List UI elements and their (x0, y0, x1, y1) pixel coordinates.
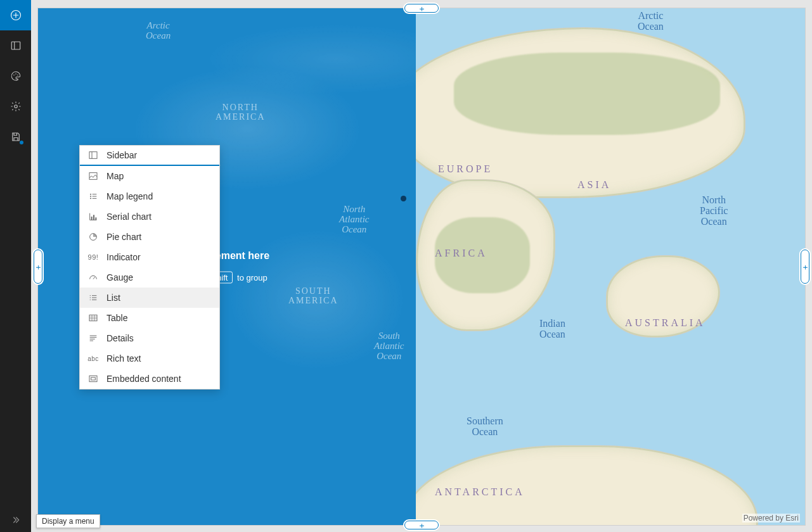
table-icon (87, 312, 99, 324)
gear-icon (10, 101, 22, 112)
details-icon (87, 332, 99, 344)
menu-item-label: Table (106, 313, 127, 323)
menu-item-list[interactable]: List (80, 288, 219, 308)
menu-item-legend[interactable]: Map legend (80, 186, 219, 206)
add-handle-top[interactable]: ＋ (404, 4, 439, 13)
chevrons-right-icon (11, 515, 21, 525)
legend-icon (87, 191, 99, 202)
svg-point-2 (13, 75, 15, 76)
ghost-label-satl: SouthAtlanticOcean (374, 331, 404, 361)
svg-rect-7 (89, 173, 97, 180)
svg-rect-12 (93, 215, 94, 220)
ghost-label-na: NORTHAMERICA (216, 103, 266, 122)
svg-point-10 (90, 198, 91, 199)
menu-item-map[interactable]: Map (80, 166, 219, 186)
svg-rect-11 (91, 217, 93, 220)
menu-item-label: Rich text (106, 353, 141, 364)
tooltip: Display a menu (36, 514, 100, 528)
svg-point-9 (90, 196, 91, 197)
menu-item-details[interactable]: Details (80, 328, 219, 348)
svg-point-8 (90, 194, 91, 195)
svg-rect-13 (95, 217, 96, 220)
menu-item-label: List (106, 293, 120, 303)
svg-rect-18 (89, 315, 97, 320)
map-widget[interactable]: ArcticOcean EUROPE ASIA AFRICA AUSTRALIA… (416, 8, 805, 525)
ghost-label-sa: SOUTHAMERICA (288, 287, 338, 305)
svg-rect-1 (11, 42, 20, 49)
svg-point-5 (14, 105, 17, 108)
plus-icon: ＋ (34, 263, 42, 271)
label-asia: ASIA (577, 179, 611, 191)
unsaved-dot-icon (20, 141, 23, 144)
menu-item-gauge[interactable]: Gauge (80, 267, 219, 288)
svg-rect-20 (91, 377, 96, 380)
menu-item-label: Embedded content (106, 374, 181, 384)
svg-point-16 (90, 297, 91, 298)
plus-circle-icon (10, 10, 22, 21)
nav-expand[interactable] (0, 508, 31, 532)
menu-item-table[interactable]: Table (80, 308, 219, 328)
menu-item-label: Details (106, 333, 134, 343)
menu-item-pie-chart[interactable]: Pie chart (80, 227, 219, 247)
menu-item-label: Serial chart (106, 212, 151, 222)
menu-item-indicator[interactable]: 99! Indicator (80, 247, 219, 267)
menu-item-sidebar[interactable]: Sidebar (80, 146, 219, 166)
label-australia: AUSTRALIA (625, 317, 706, 329)
label-north-pacific: NorthPacificOcean (700, 195, 728, 227)
pie-chart-icon (87, 231, 99, 243)
plus-icon: ＋ (418, 521, 426, 529)
plus-icon: ＋ (418, 4, 426, 13)
add-handle-left[interactable]: ＋ (34, 250, 42, 284)
svg-point-3 (15, 73, 16, 75)
sidebar-icon (87, 149, 99, 161)
nav-theme[interactable] (0, 61, 31, 91)
indicator-icon: 99! (87, 251, 99, 263)
label-arctic-ocean: ArcticOcean (638, 11, 664, 32)
ghost-label-natl: NorthAtlanticOcean (339, 205, 370, 234)
label-europe: EUROPE (438, 163, 493, 175)
plus-icon: ＋ (801, 263, 809, 271)
element-menu: Sidebar Map Map legend Serial chart Pie … (79, 145, 220, 390)
svg-point-15 (90, 295, 91, 296)
map-point-marker (401, 196, 406, 201)
nav-add[interactable] (0, 0, 31, 30)
menu-item-label: Sidebar (106, 150, 137, 160)
nav-settings[interactable] (0, 91, 31, 122)
gauge-icon (87, 272, 99, 283)
stage: ArcticOcean NORTHAMERICA SOUTHAMERICA No… (31, 0, 812, 532)
menu-item-rich-text[interactable]: abc Rich text (80, 348, 219, 369)
nav-layout[interactable] (0, 30, 31, 61)
nav-save[interactable] (0, 122, 31, 152)
nav-rail (0, 0, 31, 532)
svg-point-4 (17, 75, 18, 76)
add-handle-bottom[interactable]: ＋ (404, 521, 439, 529)
svg-point-17 (90, 300, 91, 300)
layout-icon (10, 40, 22, 51)
menu-item-label: Indicator (106, 252, 141, 262)
menu-item-label: Map legend (106, 191, 153, 201)
palette-icon (10, 70, 22, 82)
rich-text-icon: abc (87, 353, 99, 364)
map-icon (87, 170, 99, 182)
svg-rect-6 (89, 152, 97, 159)
drop-hint-suffix: to group (237, 273, 267, 282)
list-icon (87, 292, 99, 303)
bar-chart-icon (87, 211, 99, 222)
ghost-label-arctic: ArcticOcean (146, 21, 171, 41)
label-antarctica: ANTARCTICA (435, 486, 525, 498)
embedded-icon (87, 373, 99, 384)
label-africa: AFRICA (435, 248, 487, 259)
add-handle-right[interactable]: ＋ (801, 250, 809, 284)
menu-item-label: Pie chart (106, 232, 141, 242)
menu-item-embedded[interactable]: Embedded content (80, 369, 219, 389)
label-southern-ocean: SouthernOcean (467, 416, 503, 438)
map-attribution-right: Powered by Esri (742, 514, 800, 522)
menu-item-label: Gauge (106, 272, 133, 282)
menu-item-label: Map (106, 171, 124, 181)
menu-item-serial-chart[interactable]: Serial chart (80, 206, 219, 227)
svg-rect-19 (89, 376, 97, 381)
label-indian-ocean: IndianOcean (539, 319, 565, 340)
